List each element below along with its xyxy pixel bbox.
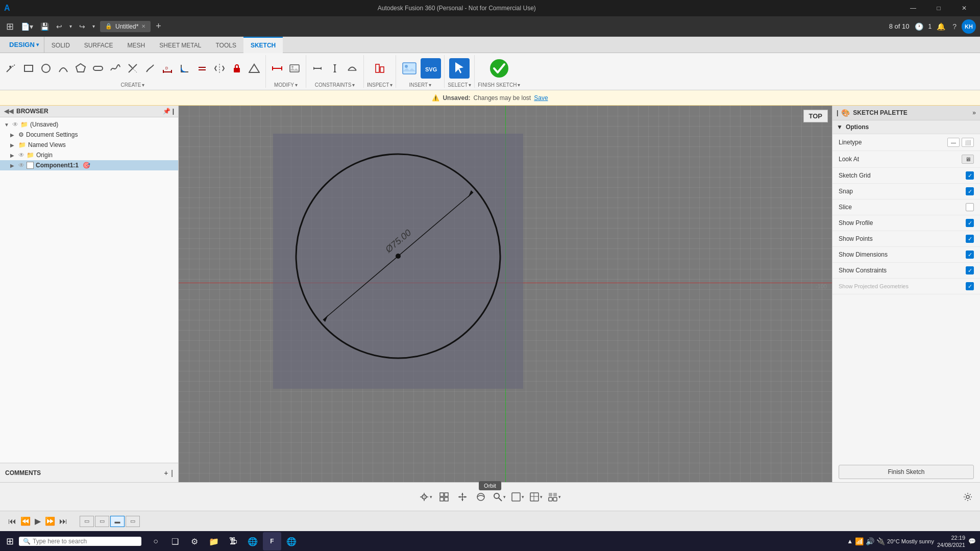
taskbar-explorer-icon[interactable]: 📁: [205, 532, 223, 550]
showpoints-checkbox[interactable]: ✓: [966, 235, 974, 243]
vertical-constraint[interactable]: [327, 60, 343, 77]
image-insert-tool[interactable]: [286, 60, 303, 77]
tree-item-origin[interactable]: ▶ 👁 📁 Origin: [0, 150, 178, 160]
fillet-tool[interactable]: [177, 60, 193, 77]
zoom-tool[interactable]: ▾: [491, 489, 507, 505]
equal-constraint[interactable]: [194, 60, 210, 77]
comments-collapse-icon[interactable]: |: [171, 469, 173, 477]
tab-solid[interactable]: SOLID: [44, 37, 77, 53]
circle-tool[interactable]: [38, 60, 54, 77]
palette-options-header[interactable]: ▼ Options: [832, 120, 980, 134]
arc-tool[interactable]: [55, 60, 71, 77]
lock-tool[interactable]: [229, 60, 245, 77]
dimension-tool[interactable]: D: [159, 60, 176, 77]
undo-dropdown-icon[interactable]: ▾: [67, 21, 74, 31]
tree-item-named-views[interactable]: ▶ 📁 Named Views: [0, 140, 178, 150]
redo-icon[interactable]: ↪: [77, 20, 87, 33]
tray-arrow[interactable]: ▲: [847, 538, 853, 545]
taskbar-settings-icon[interactable]: ⚙: [185, 532, 204, 550]
dim-tool-2[interactable]: [269, 60, 285, 77]
sketchgrid-checkbox[interactable]: ✓: [966, 171, 974, 180]
redo-dropdown-icon[interactable]: ▾: [90, 21, 97, 31]
create-label[interactable]: CREATE ▾: [121, 82, 145, 88]
timeline-icon-3[interactable]: ▬: [110, 516, 125, 527]
palette-collapse-icon[interactable]: |: [837, 109, 838, 116]
user-avatar[interactable]: KH: [962, 19, 976, 34]
tangent-constraint[interactable]: [344, 60, 360, 77]
tab-mesh[interactable]: MESH: [120, 37, 153, 53]
finish-sketch-palette-button[interactable]: Finish Sketch: [839, 465, 974, 479]
app-menu-icon[interactable]: ⊞: [4, 19, 16, 34]
taskview-button[interactable]: ❑: [166, 532, 184, 550]
snap-checkbox[interactable]: ✓: [966, 187, 974, 195]
tab-sketch[interactable]: SKETCH: [243, 37, 283, 53]
display-mode[interactable]: ▾: [509, 489, 526, 505]
tree-item-unsaved[interactable]: ▼ 👁 📁 (Unsaved): [0, 119, 178, 130]
select-tool[interactable]: [449, 58, 470, 79]
doc-tab[interactable]: 🔒 Untitled* ✕: [100, 21, 151, 32]
browser-collapse-icon[interactable]: ◀◀: [4, 108, 13, 115]
sound-icon[interactable]: 🔊: [866, 537, 874, 545]
slice-checkbox[interactable]: [966, 203, 974, 211]
showprofile-checkbox[interactable]: ✓: [966, 219, 974, 227]
close-button[interactable]: ✕: [952, 0, 976, 16]
timeline-icon-1[interactable]: ▭: [80, 516, 94, 527]
grid-display[interactable]: ▾: [528, 489, 544, 505]
search-box[interactable]: 🔍: [19, 537, 141, 546]
pan-tool[interactable]: [454, 489, 471, 505]
file-icon[interactable]: 📄▾: [19, 20, 35, 33]
canvas-area[interactable]: Ø75.00 TOP -100: [179, 106, 832, 482]
showconstraints-checkbox[interactable]: ✓: [966, 266, 974, 274]
taskbar-chrome2-icon[interactable]: 🌐: [282, 532, 301, 550]
horizontal-constraint[interactable]: [309, 60, 326, 77]
taskbar-winzip-icon[interactable]: 🗜: [224, 532, 242, 550]
eye-icon-origin[interactable]: 👁: [18, 152, 24, 159]
step-back-button[interactable]: ⏪: [20, 516, 31, 526]
slot-tool[interactable]: [90, 60, 106, 77]
save-link[interactable]: Save: [534, 94, 548, 102]
insert-image-tool[interactable]: [399, 58, 420, 79]
orbit-tool[interactable]: [473, 489, 489, 505]
comments-add-icon[interactable]: +: [164, 469, 168, 477]
constraints-label[interactable]: CONSTRAINTS ▾: [315, 82, 355, 88]
notification-icon[interactable]: 🔔: [935, 20, 947, 33]
linetype-solid-icon[interactable]: —: [947, 138, 960, 147]
component-target-icon[interactable]: 🎯: [83, 162, 90, 169]
tree-item-component[interactable]: ▶ 👁 Component1:1 🎯: [0, 160, 178, 170]
palette-expand-icon[interactable]: »: [972, 109, 976, 116]
trim-tool[interactable]: [125, 60, 141, 77]
step-forward-button[interactable]: ⏩: [45, 516, 55, 526]
insert-label[interactable]: INSERT ▾: [409, 82, 432, 88]
canvas-settings-button[interactable]: [962, 491, 974, 503]
line-tool[interactable]: [3, 60, 19, 77]
battery-icon[interactable]: 🔌: [876, 537, 885, 545]
spline-tool[interactable]: [107, 60, 124, 77]
minimize-button[interactable]: —: [901, 0, 925, 16]
taskbar-fusion-icon[interactable]: F: [263, 532, 281, 550]
linetype-dashed-icon[interactable]: ⬜: [962, 138, 974, 147]
notification-center-button[interactable]: 💬: [966, 536, 978, 547]
select-label[interactable]: SELECT ▾: [448, 82, 471, 88]
skip-back-button[interactable]: ⏮: [8, 517, 16, 526]
tab-surface[interactable]: SURFACE: [77, 37, 120, 53]
eye-icon[interactable]: 👁: [12, 121, 18, 128]
cortana-button[interactable]: ○: [146, 532, 165, 550]
extend-tool[interactable]: [142, 60, 158, 77]
triangle-tool[interactable]: [246, 60, 262, 77]
clock-display[interactable]: 22:19 24/08/2021: [937, 534, 965, 549]
design-dropdown[interactable]: DESIGN ▾: [4, 37, 44, 53]
rectangle-tool[interactable]: [20, 60, 37, 77]
insert-svg-tool[interactable]: SVG: [421, 58, 441, 79]
mirror-tool[interactable]: [211, 60, 228, 77]
grid-toggle[interactable]: [436, 489, 452, 505]
help-icon[interactable]: ?: [950, 20, 959, 33]
inspect-label[interactable]: INSPECT ▾: [367, 82, 393, 88]
more-display[interactable]: ▾: [546, 489, 562, 505]
lookat-icon[interactable]: 🖥: [962, 155, 974, 164]
play-button[interactable]: ▶: [35, 516, 41, 526]
showdimensions-checkbox[interactable]: ✓: [966, 251, 974, 259]
doc-close-icon[interactable]: ✕: [141, 23, 145, 29]
timeline-icon-2[interactable]: ▭: [95, 516, 109, 527]
timeline-icon-4[interactable]: ▭: [126, 516, 140, 527]
browser-pin-icon[interactable]: 📌: [163, 108, 170, 115]
